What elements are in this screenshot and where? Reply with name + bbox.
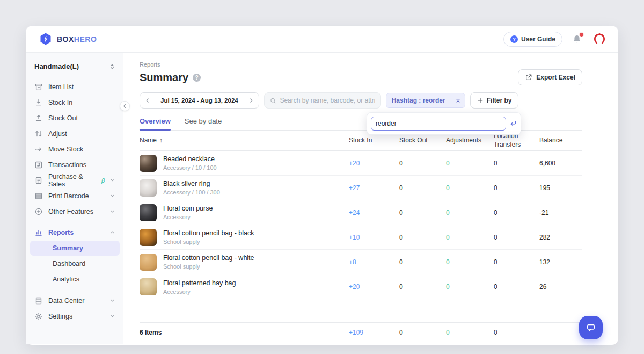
balance-value: 132: [539, 258, 582, 266]
page-title: Summary: [140, 71, 188, 84]
column-header-balance[interactable]: Balance: [539, 136, 582, 145]
sidebar-item-label: Transactions: [48, 161, 86, 169]
item-name: Black silver ring: [163, 180, 220, 187]
sidebar-item-item-list[interactable]: Item List: [26, 79, 123, 95]
title-help-icon[interactable]: ?: [193, 74, 201, 82]
product-thumbnail: [140, 204, 157, 221]
transfers-value: 0: [494, 209, 539, 216]
tab-see-by-date[interactable]: See by date: [185, 117, 222, 130]
search-icon: [270, 97, 276, 104]
sidebar-item-purchase-sales[interactable]: Purchase & Sales β: [26, 172, 123, 188]
product-thumbnail: [140, 155, 157, 172]
stock-out-value: 0: [399, 184, 446, 192]
logo-text: BOXHERO: [57, 35, 97, 44]
workspace-selector[interactable]: Handmade(L): [26, 59, 123, 74]
sidebar-item-other-features[interactable]: Other Features: [26, 204, 123, 219]
table-row[interactable]: Floral patterned hay bag Accessory +20 0…: [140, 274, 582, 299]
filter-row: Jul 15, 2024 - Aug 13, 2024 Hashtag : re…: [140, 92, 582, 109]
product-thumbnail: [140, 179, 157, 197]
sidebar-item-print-barcode[interactable]: Print Barcode: [26, 188, 123, 204]
sidebar-subitem-dashboard[interactable]: Dashboard: [30, 256, 120, 271]
stock-in-value: +20: [349, 283, 399, 291]
boxhero-logo: BOXHERO: [39, 32, 97, 46]
table-row[interactable]: Floral coin purse Accessory +24 0 0 0 -2…: [140, 200, 582, 225]
breadcrumb: Reports: [140, 61, 582, 68]
item-name: Floral cotton pencil bag - white: [163, 254, 254, 262]
chevron-down-icon: [109, 298, 115, 304]
question-circle-icon: ?: [510, 35, 518, 43]
adjust-icon: [34, 129, 43, 138]
close-icon: [456, 98, 460, 103]
chat-bubble-icon: [586, 322, 596, 333]
chat-support-button[interactable]: [579, 316, 603, 339]
enter-key-button[interactable]: [509, 120, 517, 127]
stock-in-value: +20: [349, 160, 399, 167]
item-name: Beaded necklace: [163, 155, 217, 163]
sidebar-item-move-stock[interactable]: Move Stock: [26, 141, 123, 157]
stock-in-value: +8: [349, 258, 399, 266]
stock-in-icon: [34, 98, 43, 107]
other-features-icon: [34, 207, 43, 216]
date-range-label[interactable]: Jul 15, 2024 - Aug 13, 2024: [155, 93, 244, 108]
transfers-value: 0: [494, 160, 539, 167]
stock-out-value: 0: [399, 160, 446, 167]
date-prev-button[interactable]: [140, 93, 155, 108]
total-transfers: 0: [494, 329, 539, 336]
sidebar-item-label: Data Center: [48, 297, 84, 305]
stock-out-value: 0: [399, 258, 446, 266]
sidebar-subitem-label: Dashboard: [53, 260, 85, 268]
table-row[interactable]: Floral cotton pencil bag - black School …: [140, 225, 582, 250]
notifications-button[interactable]: [572, 34, 582, 44]
sidebar-item-reports[interactable]: Reports: [26, 225, 123, 240]
chip-close-button[interactable]: [451, 93, 465, 107]
sidebar-subitem-summary[interactable]: Summary: [30, 241, 120, 256]
balance-value: 6,600: [539, 160, 582, 167]
date-next-button[interactable]: [244, 93, 259, 108]
return-key-icon: [509, 120, 517, 127]
search-input[interactable]: [280, 97, 375, 104]
stock-out-value: 0: [399, 283, 446, 291]
sidebar-subitem-analytics[interactable]: Analytics: [30, 272, 120, 287]
column-header-adjustments[interactable]: Adjustments: [446, 136, 494, 145]
sidebar-item-label: Print Barcode: [48, 192, 89, 200]
items-count: 6 Items: [140, 329, 349, 336]
sidebar-collapse-button[interactable]: [120, 101, 130, 111]
sidebar-item-stock-out[interactable]: Stock Out: [26, 110, 123, 126]
column-header-name[interactable]: Name ↑: [140, 136, 349, 145]
table-row[interactable]: Black silver ring Accessory / 100 / 300 …: [140, 176, 582, 200]
export-excel-button[interactable]: Export Excel: [518, 69, 582, 85]
sidebar-item-label: Settings: [48, 313, 72, 320]
item-list-icon: [34, 83, 43, 91]
hashtag-value-input[interactable]: [371, 117, 506, 131]
user-guide-button[interactable]: ? User Guide: [503, 32, 562, 47]
transactions-icon: [34, 161, 43, 169]
sidebar-item-settings[interactable]: Settings: [26, 308, 123, 324]
profile-avatar[interactable]: [591, 31, 608, 47]
stock-out-icon: [34, 114, 43, 122]
tab-overview[interactable]: Overview: [140, 117, 171, 130]
column-label: Name: [140, 136, 157, 145]
sidebar-subitem-label: Summary: [53, 244, 83, 252]
user-guide-label: User Guide: [521, 35, 555, 43]
product-thumbnail: [140, 278, 157, 295]
column-header-stock-out[interactable]: Stock Out: [399, 136, 446, 145]
table-row[interactable]: Floral cotton pencil bag - white School …: [140, 250, 582, 274]
sidebar-subitem-label: Analytics: [53, 276, 79, 283]
item-meta: Accessory: [163, 288, 236, 295]
balance-value: 195: [539, 184, 582, 192]
sidebar-item-data-center[interactable]: Data Center: [26, 293, 123, 308]
item-meta: School supply: [163, 239, 254, 245]
filter-by-button[interactable]: Filter by: [470, 92, 519, 109]
export-excel-label: Export Excel: [536, 74, 575, 81]
purchase-sales-icon: [34, 176, 43, 185]
adjustments-value: 0: [446, 184, 494, 192]
table-row[interactable]: Beaded necklace Accessory / 10 / 100 +20…: [140, 151, 582, 176]
sidebar-item-adjust[interactable]: Adjust: [26, 126, 123, 141]
stock-in-value: +10: [349, 234, 399, 241]
sidebar-item-stock-in[interactable]: Stock In: [26, 95, 123, 110]
sidebar-item-label: Other Features: [48, 208, 93, 215]
column-header-stock-in[interactable]: Stock In: [349, 136, 399, 145]
hashtag-filter-chip[interactable]: Hashtag : reorder: [386, 93, 465, 108]
transfers-value: 0: [494, 234, 539, 241]
sidebar-item-transactions[interactable]: Transactions: [26, 157, 123, 172]
